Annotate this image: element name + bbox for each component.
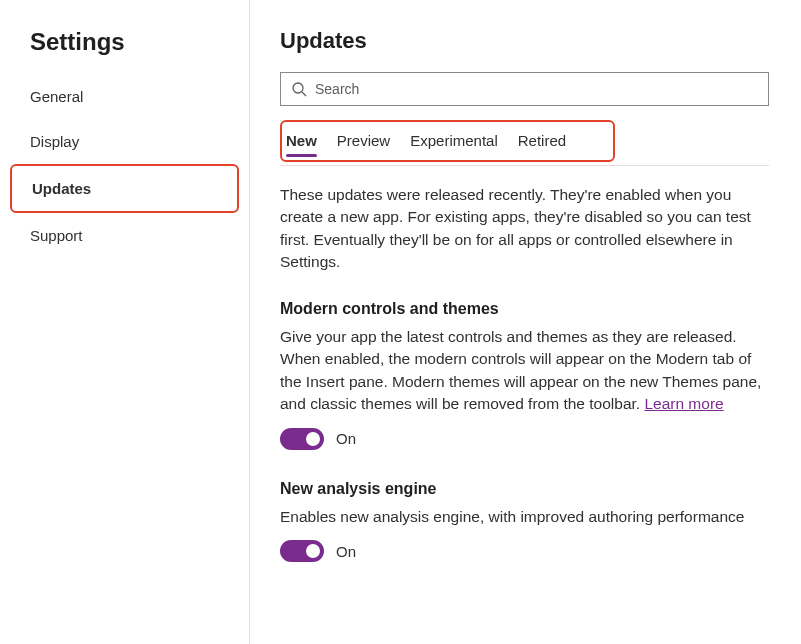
svg-point-0 [293, 83, 303, 93]
tab-new[interactable]: New [286, 130, 317, 155]
setting-modern-controls: Modern controls and themes Give your app… [280, 300, 769, 450]
toggle-new-analysis-engine[interactable] [280, 540, 324, 562]
tab-experimental[interactable]: Experimental [410, 130, 498, 155]
sidebar-item-updates[interactable]: Updates [10, 164, 239, 213]
setting-description: Give your app the latest controls and th… [280, 326, 769, 416]
toggle-row: On [280, 428, 769, 450]
tab-retired[interactable]: Retired [518, 130, 566, 155]
sidebar: Settings General Display Updates Support [0, 0, 250, 644]
main-pane: Updates New Preview Experimental Retired… [250, 0, 801, 644]
search-icon [291, 81, 307, 97]
tab-preview[interactable]: Preview [337, 130, 390, 155]
sidebar-item-general[interactable]: General [0, 74, 249, 119]
toggle-row: On [280, 540, 769, 562]
setting-title: New analysis engine [280, 480, 769, 498]
page-title: Updates [280, 28, 769, 54]
setting-new-analysis-engine: New analysis engine Enables new analysis… [280, 480, 769, 562]
toggle-modern-controls[interactable] [280, 428, 324, 450]
tabs: New Preview Experimental Retired [280, 120, 769, 166]
sidebar-item-display[interactable]: Display [0, 119, 249, 164]
toggle-label: On [336, 430, 356, 447]
sidebar-list: General Display Updates Support [0, 74, 249, 258]
search-input[interactable] [315, 81, 758, 97]
learn-more-link[interactable]: Learn more [644, 395, 723, 412]
toggle-label: On [336, 543, 356, 560]
search-box[interactable] [280, 72, 769, 106]
sidebar-item-support[interactable]: Support [0, 213, 249, 258]
setting-title: Modern controls and themes [280, 300, 769, 318]
svg-line-1 [302, 92, 306, 96]
setting-description: Enables new analysis engine, with improv… [280, 506, 769, 528]
tabs-container: New Preview Experimental Retired [280, 120, 769, 166]
sidebar-title: Settings [0, 28, 249, 74]
tab-intro-text: These updates were released recently. Th… [280, 184, 769, 274]
